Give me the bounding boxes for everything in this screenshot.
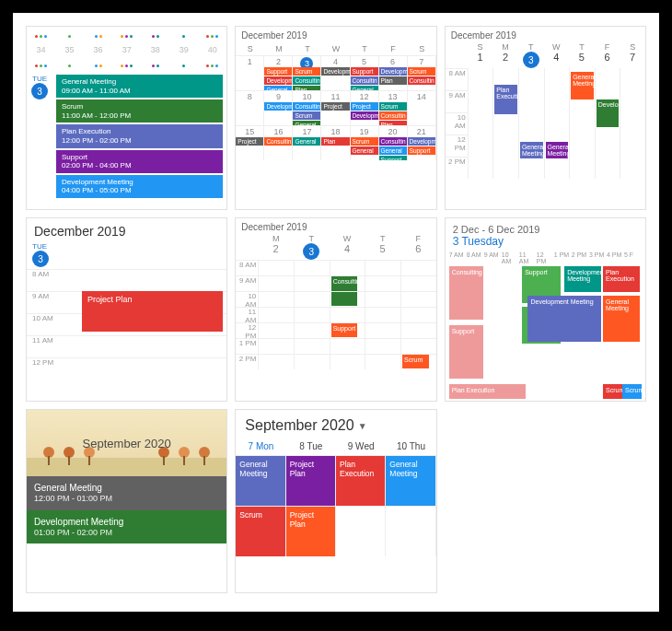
ndays-event[interactable]: Project Plan	[286, 506, 336, 556]
timeline-body: ConsultingSupportDevelopment MeetingPlan…	[449, 266, 642, 402]
month-cell[interactable]: 19ScrumGeneral	[351, 125, 379, 160]
range-title: 2 Dec - 6 Dec 2019	[446, 218, 645, 235]
ndays-event[interactable]: Scrum	[236, 506, 285, 556]
selected-day-label: TUE	[32, 242, 49, 251]
timeline-event[interactable]: Scrum	[603, 384, 622, 399]
calendar-day-view[interactable]: December 2019 TUE 3 8 AM9 AM10 AM11 AM12…	[26, 217, 227, 402]
day-header[interactable]: S7	[620, 42, 645, 68]
agenda-list: General Meeting12:00 PM - 01:00 PMDevelo…	[27, 476, 226, 543]
day-header[interactable]: T3	[518, 42, 544, 68]
timeline-event[interactable]: General Meeting	[603, 296, 640, 342]
day-tab[interactable]: 7 Mon	[236, 441, 285, 451]
agenda-event[interactable]: Development Meeting01:00 PM - 02:00 PM	[27, 510, 226, 544]
ndays-event[interactable]: Project Plan	[286, 455, 336, 506]
agenda-event[interactable]: Support02:00 PM - 04:00 PM	[56, 150, 223, 173]
hour-ruler: 7 AM8 AM9 AM10 AM11 AM12 PM1 PM2 PM3 PM4…	[446, 251, 645, 264]
calendar-timeline-view[interactable]: 2 Dec - 6 Dec 2019 3 Tuesday 7 AM8 AM9 A…	[445, 217, 646, 402]
dots-row	[27, 27, 226, 43]
ndays-event[interactable]: General Meeting	[386, 455, 435, 506]
month-cell[interactable]: 1	[236, 55, 264, 90]
month-cell[interactable]: 8	[236, 90, 264, 125]
day-header[interactable]: W4	[544, 42, 570, 68]
selected-day-number[interactable]: 3	[32, 251, 49, 267]
workweek-event[interactable]: Support	[331, 323, 358, 337]
calendar-workweek-view[interactable]: December 2019 M2T3W4T5F6 8 AM9 AMConsult…	[235, 217, 436, 402]
month-cell[interactable]: 5SupportConsultinGeneral	[351, 55, 379, 90]
month-cell[interactable]: 14	[408, 90, 436, 125]
month-cell[interactable]: 12ProjectDevelopm	[351, 90, 379, 125]
month-dropdown[interactable]: September 2020 ▼	[236, 410, 435, 438]
agenda-event[interactable]: General Meeting12:00 PM - 01:00 PM	[27, 476, 226, 510]
month-cell[interactable]: 6DevelopmPlan	[379, 55, 408, 90]
week-event[interactable]: General Meeting	[546, 142, 569, 158]
day-grid: General MeetingProject PlanPlan Executio…	[236, 455, 435, 556]
week-event[interactable]: General Meeting	[520, 142, 543, 158]
agenda-event[interactable]: General Meeting09:00 AM - 11:00 AM	[56, 75, 223, 98]
month-title: December 2019	[27, 218, 226, 240]
month-cell[interactable]: 10ConsultinScrumGeneral	[293, 90, 321, 125]
month-title: December 2019	[236, 27, 435, 42]
day-header[interactable]: F6	[400, 234, 436, 260]
week-event[interactable]: Plan Executio	[494, 85, 517, 114]
month-cell[interactable]: 7ScrumConsultin	[408, 55, 436, 90]
month-grid: 12SupportDevelopmGeneral3ScrumConsultinP…	[236, 55, 435, 160]
day-body: Project Plan	[82, 269, 223, 380]
day-header[interactable]: F6	[595, 42, 620, 68]
calendar-ndays-view[interactable]: September 2020 ▼ 7 Mon8 Tue9 Wed10 Thu G…	[235, 409, 436, 593]
timeline-event[interactable]: Consulting	[449, 266, 484, 320]
agenda-event[interactable]: Development Meeting04:00 PM - 05:00 PM	[56, 175, 223, 198]
chevron-down-icon: ▼	[358, 421, 367, 431]
month-cell[interactable]: 15Project	[236, 125, 264, 160]
workweek-event[interactable]: Scrum	[402, 355, 429, 368]
agenda-event[interactable]: Plan Execution12:00 PM - 02:00 PM	[56, 124, 223, 147]
month-title: December 2019	[236, 218, 435, 234]
calendar-agenda-dot-view[interactable]: 34353637383940 TUE 3 General Meeting09:0…	[26, 26, 227, 210]
day-tab[interactable]: 10 Thu	[386, 441, 435, 451]
day-header[interactable]: T3	[294, 234, 330, 260]
day-event[interactable]: Project Plan	[82, 291, 223, 332]
month-cell[interactable]: 13ScrumConsultinPlan	[379, 90, 408, 125]
week-body: 8 AM9 AM10 AM12 PM2 PMPlan ExecutioGener…	[446, 68, 645, 179]
ndays-event[interactable]: General Meeting	[236, 455, 285, 506]
ndays-event	[336, 506, 386, 556]
day-tab[interactable]: 8 Tue	[286, 441, 336, 451]
day-header[interactable]: M2	[258, 234, 294, 260]
month-cell[interactable]: 4Developm	[321, 55, 350, 90]
month-cell[interactable]: 21DevelopmSupport	[408, 125, 436, 160]
week-event[interactable]: Development	[597, 99, 620, 127]
day-header[interactable]: M2	[492, 42, 518, 68]
month-cell[interactable]: 9Developm	[264, 90, 293, 125]
month-cell[interactable]: 20ConsultinGeneralSupport	[379, 125, 408, 160]
timeline-event[interactable]: Plan Execution	[603, 266, 640, 292]
month-cell[interactable]: 18Plan	[321, 125, 350, 160]
day-header[interactable]: T5	[365, 234, 400, 260]
month-cell[interactable]: 16Consultin	[264, 125, 293, 160]
timeline-event[interactable]: Development Meeting	[527, 296, 601, 342]
agenda-list: General Meeting09:00 AM - 11:00 AMScrum1…	[56, 75, 223, 200]
agenda-event[interactable]: Scrum11:00 AM - 12:00 PM	[56, 99, 223, 123]
day-tabs: 7 Mon8 Tue9 Wed10 Thu	[236, 438, 435, 455]
timeline-event[interactable]: Development Meeting	[564, 266, 601, 292]
month-cell[interactable]: 11Project	[321, 90, 350, 125]
day-tab[interactable]: 9 Wed	[336, 441, 386, 451]
calendar-week-view[interactable]: December 2019 S1M2T3W4T5F6S7 8 AM9 AM10 …	[445, 26, 646, 210]
workweek-body: 8 AM9 AMConsulting10 AM11 AM12 PMSupport…	[236, 260, 435, 369]
day-header[interactable]: W4	[330, 234, 365, 260]
day-header[interactable]: T5	[569, 42, 595, 68]
month-title: September 2020	[245, 417, 353, 434]
ndays-event[interactable]: Plan Execution	[336, 455, 386, 506]
timeline-event[interactable]: Scrum	[622, 384, 642, 399]
selected-day-subtitle: 3 Tuesday	[446, 235, 645, 251]
timeline-event[interactable]: Support	[449, 325, 484, 379]
calendar-agenda-hero-view[interactable]: September 2020 General Meeting12:00 PM -…	[26, 409, 227, 593]
month-cell[interactable]: 2SupportDevelopmGeneral	[264, 55, 293, 90]
ndays-event	[386, 506, 435, 556]
month-cell[interactable]: 3ScrumConsultinPlan	[293, 55, 321, 90]
calendar-month-view[interactable]: December 2019 SMTWTFS 12SupportDevelopmG…	[235, 26, 436, 210]
week-event[interactable]: General Meeting	[571, 72, 594, 99]
hero-title: September 2020	[83, 437, 171, 450]
month-cell[interactable]: 17General	[293, 125, 321, 160]
timeline-event[interactable]: Plan Execution	[449, 384, 527, 399]
day-header[interactable]: S1	[468, 42, 493, 68]
selected-day-number[interactable]: 3	[31, 83, 48, 99]
